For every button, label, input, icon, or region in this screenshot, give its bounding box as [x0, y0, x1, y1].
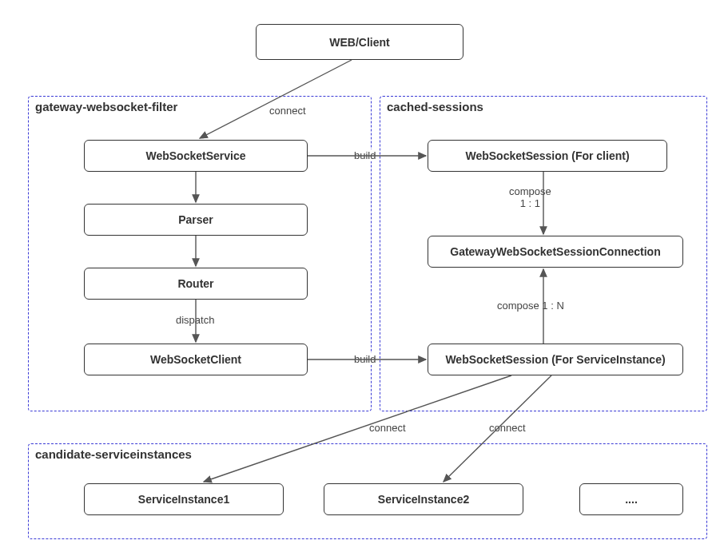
node-service-instance-2: ServiceInstance2 — [324, 483, 523, 515]
node-websocket-client: WebSocketClient — [84, 344, 308, 375]
label-web-client: WEB/Client — [329, 36, 389, 49]
node-service-instance-1: ServiceInstance1 — [84, 483, 284, 515]
node-ws-session-client: WebSocketSession (For client) — [428, 140, 667, 172]
label-router: Router — [177, 277, 213, 290]
node-ws-session-si: WebSocketSession (For ServiceInstance) — [428, 344, 683, 375]
label-ws-session-client: WebSocketSession (For client) — [465, 149, 629, 162]
group-label-gateway: gateway-websocket-filter — [35, 100, 177, 113]
edge-label-build-1: build — [352, 149, 377, 161]
label-websocket-service: WebSocketService — [145, 149, 245, 162]
node-router: Router — [84, 268, 308, 300]
label-ws-session-si: WebSocketSession (For ServiceInstance) — [445, 353, 665, 366]
node-parser: Parser — [84, 204, 308, 236]
label-si2: ServiceInstance2 — [378, 493, 469, 506]
node-websocket-service: WebSocketService — [84, 140, 308, 172]
group-label-candidates: candidate-serviceinstances — [35, 447, 192, 461]
label-gw-session-conn: GatewayWebSocketSessionConnection — [450, 245, 660, 258]
node-service-instance-more: .... — [579, 483, 683, 515]
edge-label-connect-left: connect — [368, 422, 408, 434]
group-label-cached: cached-sessions — [387, 100, 483, 113]
label-si1: ServiceInstance1 — [138, 493, 229, 506]
edge-label-dispatch: dispatch — [174, 314, 216, 326]
edge-label-connect-right: connect — [487, 422, 527, 434]
label-parser: Parser — [178, 213, 213, 226]
label-si-more: .... — [625, 493, 638, 506]
edge-label-connect-top: connect — [268, 105, 308, 117]
label-websocket-client: WebSocketClient — [150, 353, 241, 366]
edge-label-compose-1n: compose 1 : N — [495, 300, 566, 312]
edge-label-compose-11: compose1 : 1 — [507, 186, 553, 210]
node-gw-session-conn: GatewayWebSocketSessionConnection — [428, 236, 683, 268]
edge-label-build-2: build — [352, 353, 377, 365]
node-web-client: WEB/Client — [256, 24, 463, 60]
